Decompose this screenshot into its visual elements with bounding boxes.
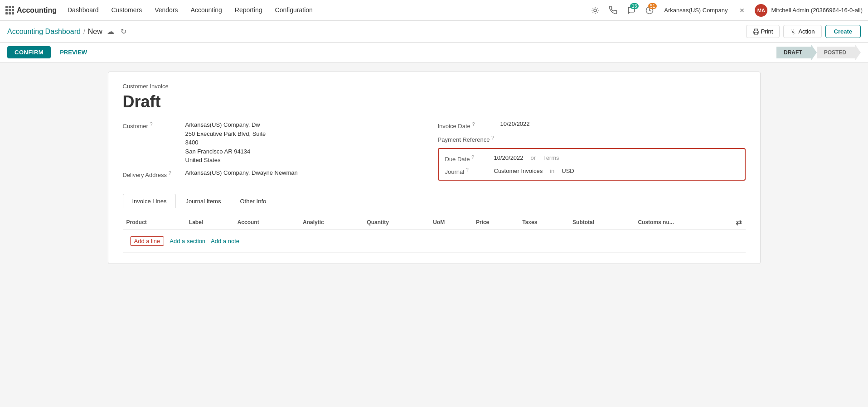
nav-accounting[interactable]: Accounting (185, 0, 228, 21)
tabs-bar: Invoice Lines Journal Items Other Info (123, 194, 746, 208)
svg-point-5 (793, 31, 795, 33)
action-left: CONFIRM PREVIEW (7, 46, 92, 58)
nav-icons: 13 51 Arkansas(US) Company MA Mitchell A… (588, 3, 863, 18)
breadcrumb-current: New (88, 28, 102, 36)
nav-dashboard[interactable]: Dashboard (62, 0, 104, 21)
invoice-date-help: ? (472, 121, 475, 127)
second-bar: Accounting Dashboard / New ☁ ↻ Print Act… (0, 21, 868, 43)
due-date-row: Due Date ? 10/20/2022 or Terms (445, 153, 738, 163)
phone-icon[interactable] (606, 3, 621, 18)
top-nav: Accounting Dashboard Customers Vendors A… (0, 0, 868, 21)
nav-configuration[interactable]: Configuration (270, 0, 318, 21)
customer-label: Customer ? (123, 120, 182, 129)
tab-invoice-lines[interactable]: Invoice Lines (123, 194, 176, 208)
breadcrumb-separator: / (83, 28, 85, 35)
breadcrumb-link[interactable]: Accounting Dashboard (7, 28, 81, 36)
col-customs: Customs nu... (634, 215, 732, 230)
grid-icon (5, 6, 14, 14)
col-analytic: Analytic (299, 215, 363, 230)
svg-rect-4 (754, 32, 757, 34)
activities-badge: 51 (648, 3, 657, 9)
messages-icon[interactable]: 13 (624, 3, 639, 18)
payment-ref-label: Payment Reference ? (438, 134, 497, 143)
tab-other-info[interactable]: Other Info (230, 194, 276, 208)
customer-address: Arkansas(US) Company, Dw 250 Executive P… (185, 120, 266, 165)
form-left: Customer ? Arkansas(US) Company, Dw 250 … (123, 120, 431, 183)
currency: USD (562, 168, 574, 174)
delivery-field-row: Delivery Address ? Arkansas(US) Company,… (123, 169, 431, 178)
activities-icon[interactable]: 51 (642, 3, 657, 18)
col-subtotal: Subtotal (569, 215, 634, 230)
action-bar: CONFIRM PREVIEW DRAFT POSTED (0, 43, 868, 62)
second-bar-actions: Print Action Create (746, 25, 861, 38)
invoice-date-label: Invoice Date ? (438, 120, 497, 129)
col-price: Price (472, 215, 519, 230)
invoice-status-title: Draft (123, 92, 746, 111)
refresh-icon[interactable]: ↻ (119, 27, 128, 36)
col-taxes: Taxes (519, 215, 569, 230)
main-content: Customer Invoice Draft Customer ? Arkans… (0, 62, 868, 407)
col-account: Account (234, 215, 299, 230)
journal-help: ? (466, 167, 469, 172)
highlighted-section: Due Date ? 10/20/2022 or Terms Journal ?… (438, 148, 746, 181)
customer-help: ? (150, 121, 152, 127)
in-text: in (550, 168, 554, 174)
nav-reporting[interactable]: Reporting (229, 0, 268, 21)
app-brand[interactable]: Accounting (5, 6, 57, 14)
form-grid: Customer ? Arkansas(US) Company, Dw 250 … (123, 120, 746, 183)
delivery-help: ? (169, 170, 171, 176)
col-quantity: Quantity (363, 215, 429, 230)
preview-button[interactable]: PREVIEW (54, 46, 92, 58)
customer-field-row: Customer ? Arkansas(US) Company, Dw 250 … (123, 120, 431, 165)
terms-link[interactable]: Terms (543, 154, 559, 161)
or-text: or (531, 154, 536, 161)
create-button[interactable]: Create (825, 25, 861, 38)
delivery-label: Delivery Address ? (123, 169, 182, 178)
form-right: Invoice Date ? 10/20/2022 Payment Refere… (438, 120, 746, 183)
status-posted: POSTED (817, 47, 855, 58)
tab-journal-items[interactable]: Journal Items (176, 194, 230, 208)
invoice-date-value: 10/20/2022 (500, 120, 530, 127)
due-date-value: 10/20/2022 (494, 154, 524, 161)
invoice-lines-table: Product Label Account Analytic Quantity … (123, 215, 746, 253)
delivery-value: Arkansas(US) Company, Dwayne Newman (185, 169, 298, 176)
col-adjust[interactable]: ⇄ (732, 215, 746, 230)
nav-customers[interactable]: Customers (106, 0, 148, 21)
cloud-icon[interactable]: ☁ (105, 27, 116, 36)
add-section-button[interactable]: Add a section (170, 238, 205, 244)
invoice-type-label: Customer Invoice (123, 83, 746, 90)
status-draft: DRAFT (776, 47, 811, 58)
breadcrumb: Accounting Dashboard / New ☁ ↻ (7, 27, 742, 36)
status-arrow-posted (855, 45, 861, 60)
payment-ref-row: Payment Reference ? (438, 134, 746, 143)
col-label: Label (185, 215, 234, 230)
avatar[interactable]: MA (755, 4, 767, 17)
svg-point-0 (594, 9, 596, 12)
journal-row: Journal ? Customer Invoices in USD (445, 166, 738, 175)
table-actions-row: Add a line Add a section Add a note (123, 230, 746, 252)
due-date-label: Due Date ? (445, 153, 490, 163)
due-date-help: ? (471, 154, 474, 160)
adjust-columns-icon[interactable]: ⇄ (736, 219, 742, 226)
messages-badge: 13 (630, 3, 639, 9)
status-bar: DRAFT POSTED (776, 45, 861, 60)
user-label: Mitchell Admin (20366964-16-0-all) (771, 7, 863, 14)
col-uom: UoM (429, 215, 472, 230)
journal-value: Customer Invoices (494, 168, 543, 174)
close-company-icon[interactable] (735, 3, 749, 18)
confirm-button[interactable]: CONFIRM (7, 46, 51, 58)
debug-icon[interactable] (588, 3, 602, 18)
col-product: Product (123, 215, 185, 230)
invoice-date-row: Invoice Date ? 10/20/2022 (438, 120, 746, 129)
invoice-card: Customer Invoice Draft Customer ? Arkans… (108, 72, 761, 264)
table-actions: Add a line Add a section Add a note (126, 233, 742, 249)
nav-vendors[interactable]: Vendors (149, 0, 183, 21)
status-arrow-draft (811, 45, 817, 60)
add-note-button[interactable]: Add a note (211, 238, 239, 244)
print-button[interactable]: Print (746, 25, 780, 38)
action-button[interactable]: Action (783, 25, 821, 38)
company-name: Arkansas(US) Company (660, 7, 731, 14)
payment-ref-help: ? (491, 135, 494, 140)
add-line-button[interactable]: Add a line (130, 236, 165, 246)
journal-label: Journal ? (445, 166, 490, 175)
